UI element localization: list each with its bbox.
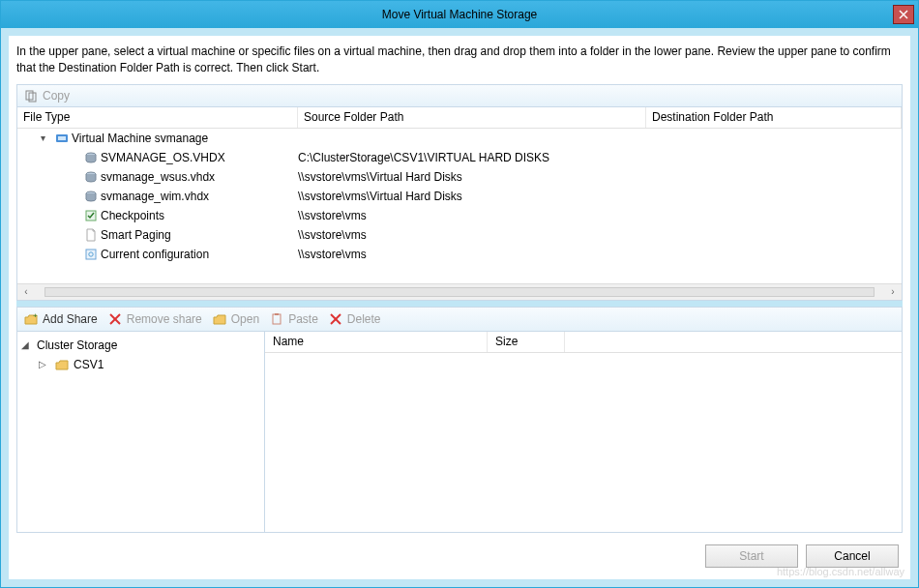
svg-rect-10 xyxy=(86,250,96,259)
remove-share-label: Remove share xyxy=(127,312,202,326)
vm-item-row[interactable]: Smart Paging\\svstore\vms xyxy=(17,225,902,245)
vm-item-source: \\svstore\vms\Virtual Hard Disks xyxy=(298,190,646,203)
disk-icon xyxy=(83,150,99,165)
folder-icon xyxy=(54,357,70,372)
vm-item-name: Smart Paging xyxy=(101,228,171,242)
titlebar: Move Virtual Machine Storage xyxy=(1,1,918,28)
svg-rect-5 xyxy=(58,136,66,140)
close-icon xyxy=(899,10,908,19)
svg-rect-15 xyxy=(273,314,281,324)
upper-toolbar: Copy xyxy=(16,84,903,107)
copy-button[interactable]: Copy xyxy=(23,88,70,103)
start-button[interactable]: Start xyxy=(705,544,798,568)
list-header-spacer xyxy=(565,332,902,352)
window: Move Virtual Machine Storage In the uppe… xyxy=(0,0,919,588)
vm-item-source: \\svstore\vms\Virtual Hard Disks xyxy=(298,170,646,184)
open-folder-icon xyxy=(212,311,227,327)
vm-item-source: \\svstore\vms xyxy=(298,209,646,222)
remove-share-button[interactable]: Remove share xyxy=(107,311,202,327)
gear-icon xyxy=(83,247,99,262)
list-header-size[interactable]: Size xyxy=(488,332,565,352)
instructions-text: In the upper pane, select a virtual mach… xyxy=(16,44,903,76)
dialog-body: In the upper pane, select a virtual mach… xyxy=(1,28,918,587)
vm-item-name: svmanage_wsus.vhdx xyxy=(101,170,215,184)
add-share-label: Add Share xyxy=(43,312,98,326)
lower-panes: ◢ Cluster Storage ▷ CSV1 Name Size xyxy=(16,332,903,533)
vm-item-name: svmanage_wim.vhdx xyxy=(101,190,209,203)
paste-icon xyxy=(269,311,284,327)
cancel-button[interactable]: Cancel xyxy=(806,544,899,568)
vm-file-list[interactable]: ▾ Virtual Machine svmanage SVMANAGE_OS.V… xyxy=(17,129,902,283)
vm-root-row[interactable]: ▾ Virtual Machine svmanage xyxy=(17,129,902,148)
add-share-button[interactable]: + Add Share xyxy=(23,311,98,327)
upper-pane: File Type Source Folder Path Destination… xyxy=(16,107,903,301)
svg-rect-16 xyxy=(275,313,279,315)
tree-root[interactable]: ◢ Cluster Storage xyxy=(21,336,260,355)
add-share-icon: + xyxy=(23,311,39,327)
list-column-headers: Name Size xyxy=(265,332,902,353)
vm-item-name: Current configuration xyxy=(101,248,209,261)
list-header-name[interactable]: Name xyxy=(265,332,488,352)
vm-item-row[interactable]: Current configuration\\svstore\vms xyxy=(17,245,902,264)
tree-child-label: CSV1 xyxy=(74,358,104,371)
window-title: Move Virtual Machine Storage xyxy=(382,8,538,21)
lower-toolbar: + Add Share Remove share Open xyxy=(16,307,903,332)
page-icon xyxy=(83,227,99,243)
vm-item-source: C:\ClusterStorage\CSV1\VIRTUAL HARD DISK… xyxy=(298,151,646,164)
col-header-source[interactable]: Source Folder Path xyxy=(298,107,646,128)
upper-column-headers: File Type Source Folder Path Destination… xyxy=(17,107,902,129)
tree-child[interactable]: ▷ CSV1 xyxy=(21,355,260,374)
vm-item-name: SVMANAGE_OS.VHDX xyxy=(101,151,225,164)
scroll-left-icon[interactable]: ‹ xyxy=(19,286,33,297)
col-header-destination[interactable]: Destination Folder Path xyxy=(646,107,902,128)
col-header-file-type[interactable]: File Type xyxy=(17,107,298,128)
disk-icon xyxy=(83,169,99,185)
upper-horizontal-scrollbar[interactable]: ‹ › xyxy=(17,283,902,300)
vm-item-row[interactable]: Checkpoints\\svstore\vms xyxy=(17,206,902,225)
folder-contents[interactable]: Name Size xyxy=(265,332,902,532)
svg-text:+: + xyxy=(33,312,38,320)
collapse-icon[interactable]: ▾ xyxy=(41,132,52,143)
vm-item-row[interactable]: svmanage_wsus.vhdx\\svstore\vms\Virtual … xyxy=(17,167,902,187)
vm-item-row[interactable]: svmanage_wim.vhdx\\svstore\vms\Virtual H… xyxy=(17,187,902,206)
disk-icon xyxy=(83,189,99,204)
close-button[interactable] xyxy=(893,5,914,24)
expand-root-icon[interactable]: ◢ xyxy=(21,339,33,350)
copy-label: Copy xyxy=(43,89,70,103)
vm-item-name: Checkpoints xyxy=(101,209,164,222)
lower-wrap: + Add Share Remove share Open xyxy=(16,307,903,572)
dialog-buttons: Start Cancel xyxy=(16,533,903,572)
tree-root-label: Cluster Storage xyxy=(37,338,117,352)
open-label: Open xyxy=(231,312,259,326)
paste-label: Paste xyxy=(288,312,318,326)
check-icon xyxy=(83,208,99,223)
scroll-right-icon[interactable]: › xyxy=(886,286,900,297)
storage-tree[interactable]: ◢ Cluster Storage ▷ CSV1 xyxy=(17,332,265,532)
vm-item-source: \\svstore\vms xyxy=(298,228,646,242)
remove-share-icon xyxy=(107,311,123,327)
delete-label: Delete xyxy=(347,312,381,326)
vm-item-row[interactable]: SVMANAGE_OS.VHDXC:\ClusterStorage\CSV1\V… xyxy=(17,148,902,167)
open-button[interactable]: Open xyxy=(212,311,259,327)
paste-button[interactable]: Paste xyxy=(269,311,318,327)
vm-item-source: \\svstore\vms xyxy=(298,248,646,261)
vm-icon xyxy=(54,131,70,146)
expand-child-icon[interactable]: ▷ xyxy=(39,359,50,369)
vm-root-label: Virtual Machine svmanage xyxy=(72,132,208,145)
delete-icon xyxy=(328,311,343,327)
delete-button[interactable]: Delete xyxy=(328,311,381,327)
scroll-thumb[interactable] xyxy=(44,287,875,297)
copy-icon xyxy=(23,88,39,103)
